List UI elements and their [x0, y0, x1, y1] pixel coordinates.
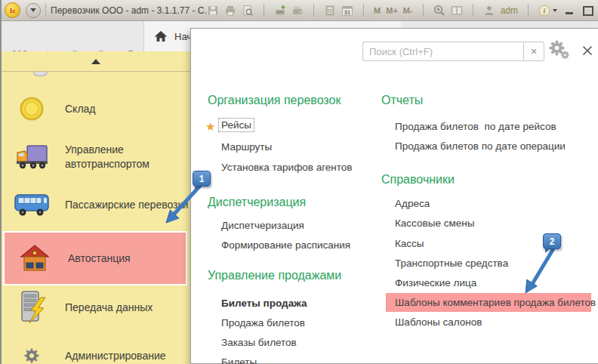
menu-link-fizicheskie-litsa[interactable]: Физические лица	[395, 277, 476, 288]
section-header: Диспетчеризация	[208, 196, 306, 209]
truck-icon	[14, 142, 50, 172]
bus-station-icon	[17, 243, 53, 273]
partial-scrolled-icon	[33, 72, 48, 76]
1c-logo-icon: 1с	[5, 2, 20, 18]
window-title: Перевозчик ООО - adm - 3.1.1.77 - С... (…	[51, 5, 207, 16]
section-header: Организация перевозок	[208, 94, 341, 107]
sections-sidebar: Склад Управление автотранспортом Пассажи…	[2, 51, 190, 364]
logo-text: 1с	[9, 7, 16, 14]
divider	[473, 4, 473, 17]
sidebar-item-avtostantsiya[interactable]: Автостанция	[3, 231, 187, 285]
menu-link-prodazha-po-date-reisov[interactable]: Продажа билетов по дате рейсов	[395, 121, 556, 132]
app-window: 1с Перевозчик ООО - adm - 3.1.1.77 - С..…	[0, 0, 598, 364]
print-icon[interactable]	[224, 5, 236, 17]
menu-link-label: Шаблоны комментариев продажа билетов	[395, 297, 596, 308]
section-header: Справочники	[381, 173, 455, 187]
section-header: Отчеты	[381, 94, 423, 107]
titlebar-toolbar: 31 M M+ M- adm i	[207, 4, 595, 17]
annotation-number: 1	[199, 174, 205, 184]
menu-link-zakazy-biletov[interactable]: Заказы билетов	[221, 337, 297, 348]
sidebar-scroll-up[interactable]	[2, 51, 190, 72]
settings-gears-icon[interactable]	[547, 40, 571, 63]
calendar-icon[interactable]: 31	[341, 5, 353, 17]
sidebar-item-label: Управление автотранспортом	[65, 143, 184, 171]
split-window-icon[interactable]	[451, 5, 463, 17]
user-icon	[483, 5, 495, 17]
minimize-icon	[566, 12, 573, 14]
home-icon	[153, 29, 168, 44]
server-icon	[14, 290, 50, 325]
memory-recall-button[interactable]: M	[374, 6, 381, 15]
menu-link-label: Рейсы	[219, 119, 254, 131]
info-icon: i	[538, 5, 550, 17]
bus-icon	[14, 190, 50, 219]
sidebar-item-peredacha-dannykh[interactable]: Передача данных	[2, 288, 187, 326]
menu-link-kassy[interactable]: Кассы	[395, 238, 424, 249]
annotation-step-1: 1	[193, 171, 211, 187]
menu-link-bilety[interactable]: Билеты	[221, 356, 257, 364]
close-icon[interactable]	[581, 45, 593, 57]
user-name[interactable]: adm	[501, 5, 518, 16]
svg-text:i: i	[544, 6, 546, 14]
print-device-icon[interactable]	[291, 5, 304, 17]
title-bar: 1с Перевозчик ООО - adm - 3.1.1.77 - С..…	[2, 0, 598, 21]
divider	[264, 4, 264, 17]
menu-link-prodazha-po-date-operatsii[interactable]: Продажа билетов по дате операции	[395, 140, 566, 152]
menu-link-kassovye-smeny[interactable]: Кассовые смены	[395, 217, 474, 229]
chevron-up-icon	[91, 59, 100, 64]
divider	[423, 4, 424, 17]
menu-link-bilety-prodazha[interactable]: Билеты продажа	[221, 298, 307, 309]
favorite-star-icon[interactable]: ★	[205, 121, 215, 132]
search-clear-button[interactable]: ×	[523, 42, 544, 61]
calendar-day: 31	[344, 9, 350, 14]
memory-subtract-button[interactable]: M-	[403, 6, 413, 15]
menu-link-dispetcherizatsiya[interactable]: Диспетчеризация	[221, 220, 304, 231]
calculator-icon[interactable]	[324, 5, 336, 17]
memory-add-button[interactable]: M+	[386, 6, 398, 15]
sidebar-item-passazhirskie-perevozki[interactable]: Пассажирские перевозки	[2, 186, 187, 224]
print-preview-icon[interactable]	[242, 5, 254, 17]
save-icon[interactable]	[207, 5, 219, 17]
sidebar-item-label: Администрирование	[65, 349, 166, 363]
divider	[363, 4, 364, 17]
menu-link-marshruty[interactable]: Маршруты	[221, 141, 272, 153]
menu-link-reisy[interactable]: Рейсы	[219, 119, 254, 131]
sidebar-item-label: Склад	[65, 102, 96, 116]
attach-device-icon[interactable]	[274, 5, 286, 17]
sidebar-item-upravlenie-avtotransportom[interactable]: Управление автотранспортом	[2, 136, 187, 178]
annotation-number: 2	[550, 236, 555, 247]
divider	[528, 4, 529, 17]
zoom-in-icon[interactable]	[433, 5, 445, 17]
menu-link-shablony-kommentariev[interactable]: Шаблоны комментариев продажа билетов	[386, 293, 591, 312]
divider	[313, 4, 314, 17]
search-input[interactable]	[362, 42, 523, 61]
system-menu-button[interactable]	[26, 3, 41, 18]
divider	[45, 4, 46, 17]
chevron-down-icon	[30, 8, 36, 12]
menu-link-transportnye-sredstva[interactable]: Транспортные средства	[395, 258, 508, 269]
maximize-button[interactable]	[581, 5, 595, 17]
sidebar-item-label: Пассажирские перевозки	[65, 198, 188, 212]
sidebar-item-sklad[interactable]: Склад	[2, 91, 187, 127]
menu-link-adresa[interactable]: Адреса	[395, 198, 430, 209]
maximize-icon	[583, 6, 593, 16]
annotation-step-2: 2	[543, 233, 561, 249]
chevron-down-icon	[553, 9, 557, 12]
menu-link-formirovanie-raspisaniya[interactable]: Формирование расписания	[221, 239, 350, 251]
sidebar-item-label: Передача данных	[65, 301, 153, 315]
menu-link-ustanovka-tarifov[interactable]: Установка тарифов агентов	[221, 162, 353, 173]
menu-link-prodazha-biletov[interactable]: Продажа билетов	[221, 317, 305, 329]
sidebar-item-administrirovanie[interactable]: Администрирование	[2, 345, 187, 364]
gear-icon	[14, 348, 50, 363]
search-group: ×	[362, 42, 544, 61]
functions-menu-panel: × Организация перевозок ★ Рейсы Маршруты…	[190, 28, 598, 364]
minimize-button[interactable]	[563, 5, 576, 17]
sidebar-item-label: Автостанция	[68, 251, 131, 266]
section-header: Управление продажами	[208, 269, 341, 282]
info-menu-button[interactable]: i	[538, 5, 557, 17]
coin-icon	[14, 96, 50, 122]
menu-link-shablony-salonov[interactable]: Шаблоны салонов	[395, 316, 482, 328]
